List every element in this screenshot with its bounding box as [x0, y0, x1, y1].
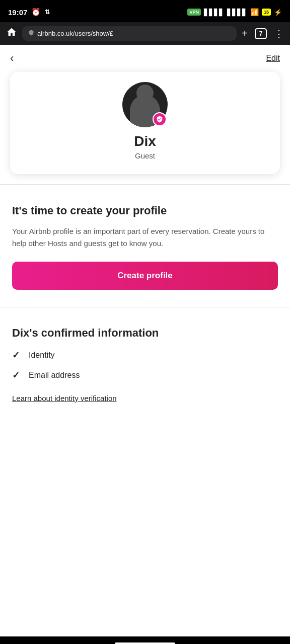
create-profile-button[interactable]: Create profile	[12, 262, 278, 290]
browser-action-icons: + 7 ⋮	[242, 28, 284, 40]
back-button[interactable]: ‹	[10, 52, 14, 65]
tab-count-badge[interactable]: 7	[255, 28, 267, 39]
signal2-icon: ▋▋▋▋	[227, 9, 247, 16]
divider-2	[0, 307, 290, 307]
url-security-icon	[28, 30, 34, 37]
signal1-icon: ▋▋▋▋	[204, 9, 224, 16]
browser-chrome: airbnb.co.uk/users/show/£ + 7 ⋮	[0, 22, 290, 45]
browser-menu-icon[interactable]: ⋮	[274, 28, 284, 40]
confirmed-identity-label: Identity	[29, 351, 55, 360]
profile-card: Dix Guest	[10, 72, 280, 174]
sim-indicator-icon: ⇅	[45, 9, 50, 16]
time-display: 19:07	[8, 8, 27, 17]
avatar-container	[122, 82, 168, 127]
profile-name: Dix	[134, 133, 156, 149]
confirmed-item-email: ✓ Email address	[12, 370, 278, 381]
nav-bar: ‹ Edit	[0, 45, 290, 72]
confirmed-section: Dix's confirmed information ✓ Identity ✓…	[0, 312, 290, 415]
status-time: 19:07 ⏰ ⇅	[8, 8, 50, 17]
new-tab-icon[interactable]: +	[242, 28, 248, 39]
alarm-icon: ⏰	[31, 8, 41, 17]
checkmark-email-icon: ✓	[12, 370, 20, 381]
home-indicator	[0, 636, 290, 644]
divider-1	[0, 184, 290, 185]
confirmed-email-label: Email address	[29, 371, 80, 380]
create-profile-description: Your Airbnb profile is an important part…	[12, 225, 278, 250]
url-bar[interactable]: airbnb.co.uk/users/show/£	[22, 26, 237, 41]
status-bar: 19:07 ⏰ ⇅ VPN ▋▋▋▋ ▋▋▋▋ 📶 15 ⚡	[0, 0, 290, 22]
create-profile-title: It's time to create your profile	[12, 204, 278, 218]
learn-identity-link[interactable]: Learn about identity verification	[12, 394, 117, 403]
status-right-icons: VPN ▋▋▋▋ ▋▋▋▋ 📶 15 ⚡	[187, 8, 282, 16]
page-content: ‹ Edit Dix Guest It's time to create you…	[0, 45, 290, 636]
charging-icon: ⚡	[274, 9, 282, 16]
edit-button[interactable]: Edit	[266, 54, 280, 63]
home-button[interactable]	[6, 27, 17, 40]
checkmark-identity-icon: ✓	[12, 350, 20, 361]
create-profile-section: It's time to create your profile Your Ai…	[0, 190, 290, 302]
confirmed-item-identity: ✓ Identity	[12, 350, 278, 361]
wifi-icon: 📶	[250, 8, 259, 16]
vpn-badge: VPN	[187, 9, 201, 16]
verified-badge	[153, 112, 167, 126]
battery-badge: 15	[262, 9, 271, 16]
profile-role: Guest	[135, 151, 155, 160]
confirmed-section-title: Dix's confirmed information	[12, 327, 278, 340]
url-text: airbnb.co.uk/users/show/£	[37, 30, 113, 37]
